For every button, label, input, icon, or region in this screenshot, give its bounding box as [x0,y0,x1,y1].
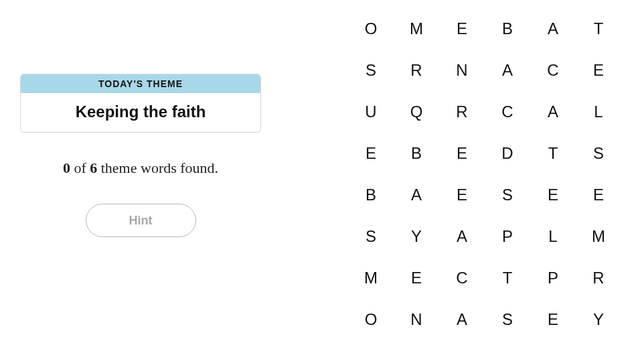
letter-cell[interactable]: E [439,133,485,174]
letter-cell[interactable]: A [439,299,485,337]
letter-cell[interactable]: E [530,299,576,337]
letter-cell[interactable]: B [394,133,439,174]
game-container: TODAY'S THEME Keeping the faith 0 of 6 t… [0,0,644,337]
letter-cell[interactable]: S [485,299,530,337]
letter-cell[interactable]: A [485,50,530,91]
letter-cell[interactable]: B [348,174,394,216]
letter-cell[interactable]: A [439,216,485,257]
letter-cell[interactable]: N [394,299,439,337]
theme-header-label: TODAY'S THEME [21,74,260,93]
letter-cell[interactable]: E [576,50,621,91]
letter-cell[interactable]: Q [394,91,439,133]
letter-cell[interactable]: M [576,216,621,257]
letter-cell[interactable]: E [530,174,576,216]
progress-text: 0 of 6 theme words found. [63,159,218,177]
letter-cell[interactable]: D [485,133,530,174]
letter-cell[interactable]: R [576,257,621,299]
letter-cell[interactable]: C [530,50,576,91]
letter-cell[interactable]: T [485,257,530,299]
progress-of: of [74,159,86,176]
letter-cell[interactable]: E [576,174,621,216]
left-panel: TODAY'S THEME Keeping the faith 0 of 6 t… [0,0,281,337]
letter-cell[interactable]: T [530,133,576,174]
letter-cell[interactable]: B [485,8,530,50]
letter-cell[interactable]: Y [576,299,621,337]
letter-cell[interactable]: E [439,8,485,50]
letter-cell[interactable]: S [348,50,394,91]
letter-cell[interactable]: E [394,257,439,299]
letter-cell[interactable]: E [439,174,485,216]
letter-cell[interactable]: E [348,133,394,174]
letter-cell[interactable]: A [530,8,576,50]
letter-cell[interactable]: O [348,299,394,337]
letter-cell[interactable]: S [576,133,621,174]
letter-cell[interactable]: M [394,8,439,50]
letter-cell[interactable]: Y [394,216,439,257]
letter-cell[interactable]: O [348,8,394,50]
letter-cell[interactable]: P [530,257,576,299]
letter-cell[interactable]: N [439,50,485,91]
letter-cell[interactable]: R [439,91,485,133]
letter-cell[interactable]: M [348,257,394,299]
letter-cell[interactable]: P [485,216,530,257]
letter-cell[interactable]: S [348,216,394,257]
letter-cell[interactable]: R [394,50,439,91]
right-panel: OMEBATSRNACEUQRCALEBEDTSBAESEESYAPLMMECT… [281,0,644,337]
letter-cell[interactable]: A [394,174,439,216]
letter-cell[interactable]: C [439,257,485,299]
letter-cell[interactable]: L [576,91,621,133]
letter-cell[interactable]: A [530,91,576,133]
letter-cell[interactable]: L [530,216,576,257]
letter-cell[interactable]: S [485,174,530,216]
words-found-count: 0 [63,159,70,176]
letter-cell[interactable]: U [348,91,394,133]
progress-suffix: theme words found. [101,159,218,176]
letter-cell[interactable]: C [485,91,530,133]
hint-button[interactable]: Hint [86,204,196,237]
theme-title: Keeping the faith [21,93,260,132]
letter-grid[interactable]: OMEBATSRNACEUQRCALEBEDTSBAESEESYAPLMMECT… [348,8,644,337]
words-total-count: 6 [90,159,97,176]
letter-cell[interactable]: T [576,8,621,50]
theme-card: TODAY'S THEME Keeping the faith [20,74,261,133]
